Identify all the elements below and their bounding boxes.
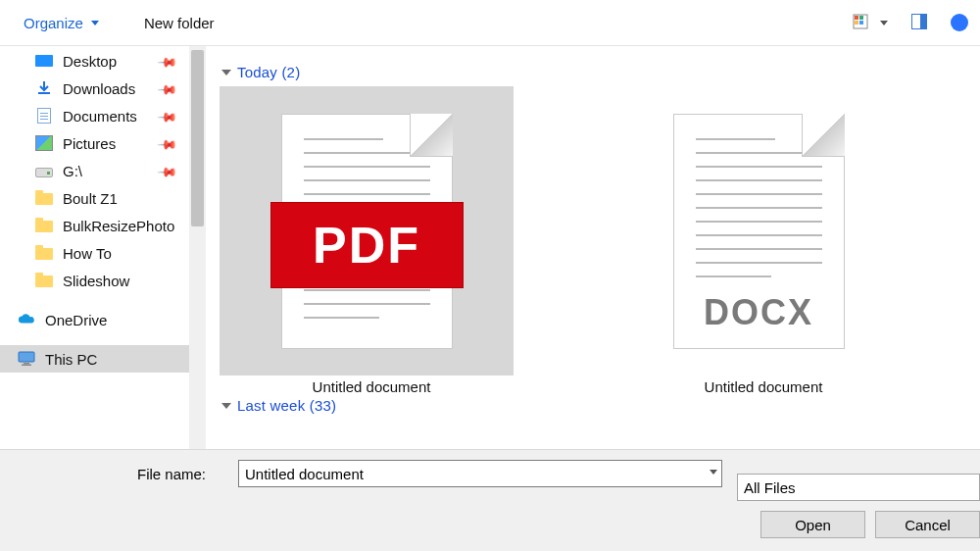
- chevron-down-icon: [710, 470, 717, 475]
- sidebar-item-howto[interactable]: How To: [0, 239, 189, 267]
- filter-label: All Files: [744, 479, 796, 496]
- docx-badge: DOCX: [674, 292, 844, 333]
- cancel-button[interactable]: Cancel: [875, 511, 980, 538]
- svg-rect-4: [859, 21, 863, 25]
- folder-icon: [35, 193, 53, 205]
- view-dropdown-icon[interactable]: [880, 21, 888, 25]
- organize-label: Organize: [24, 15, 83, 31]
- chevron-down-icon: [91, 21, 99, 25]
- sidebar-item-desktop[interactable]: Desktop 📌: [0, 47, 189, 75]
- pin-icon: 📌: [157, 52, 178, 74]
- svg-rect-1: [855, 16, 858, 20]
- preview-pane-icon[interactable]: [911, 14, 927, 32]
- filename-combobox[interactable]: [238, 460, 722, 487]
- sidebar-item-label: Downloads: [63, 80, 135, 97]
- pin-icon: 📌: [157, 107, 178, 128]
- svg-rect-8: [19, 352, 34, 362]
- group-header-today[interactable]: Today (2): [221, 64, 980, 80]
- sidebar-item-label: Slideshow: [63, 273, 129, 289]
- file-list-area: Today (2) PDF Untitled document: [206, 46, 980, 449]
- sidebar-item-documents[interactable]: Documents 📌: [0, 102, 189, 129]
- sidebar-item-label: Documents: [63, 108, 137, 125]
- file-caption: Untitled document: [220, 378, 523, 395]
- sidebar-item-pictures[interactable]: Pictures 📌: [0, 129, 189, 157]
- sidebar-item-label: Desktop: [63, 53, 117, 70]
- folder-icon: [35, 221, 53, 232]
- file-item-pdf[interactable]: PDF Untitled document: [220, 86, 523, 395]
- docx-file-icon: DOCX: [673, 114, 845, 349]
- svg-rect-2: [859, 16, 863, 20]
- help-icon[interactable]: [951, 14, 968, 31]
- sidebar-item-this-pc[interactable]: This PC: [0, 345, 189, 373]
- filename-label: File name:: [137, 466, 206, 482]
- scrollbar-thumb[interactable]: [191, 50, 204, 226]
- this-pc-icon: [18, 351, 35, 367]
- sidebar-scrollbar[interactable]: [189, 46, 206, 449]
- sidebar-item-bulkresize[interactable]: BulkResizePhoto: [0, 212, 189, 239]
- new-folder-button[interactable]: New folder: [136, 9, 222, 37]
- open-button[interactable]: Open: [760, 511, 865, 538]
- sidebar-item-label: G:\: [63, 163, 82, 179]
- view-icon[interactable]: [853, 14, 868, 32]
- file-item-docx[interactable]: DOCX Untitled document: [612, 86, 915, 395]
- svg-rect-3: [855, 21, 858, 25]
- dialog-bottom-panel: File name: All Files Open Cancel: [0, 449, 980, 551]
- pin-icon: 📌: [157, 79, 178, 101]
- svg-rect-7: [38, 92, 50, 94]
- downloads-icon: [35, 80, 53, 96]
- sidebar-item-label: Boult Z1: [63, 190, 118, 207]
- sidebar-item-label: Pictures: [63, 135, 116, 152]
- sidebar-item-label: This PC: [45, 351, 97, 368]
- desktop-icon: [35, 55, 53, 67]
- svg-rect-9: [24, 363, 29, 365]
- group-label: Today (2): [237, 64, 300, 80]
- pin-icon: 📌: [157, 162, 178, 183]
- chevron-down-icon: [221, 70, 231, 75]
- sidebar-item-label: How To: [63, 245, 112, 262]
- drive-icon: [35, 168, 53, 177]
- toolbar: Organize New folder: [0, 0, 980, 46]
- sidebar-item-drive-g[interactable]: G:\ 📌: [0, 157, 189, 184]
- pdf-file-icon: PDF: [281, 114, 453, 349]
- pictures-icon: [35, 135, 53, 151]
- svg-rect-10: [22, 365, 31, 367]
- sidebar-item-downloads[interactable]: Downloads 📌: [0, 75, 189, 102]
- sidebar-item-onedrive[interactable]: OneDrive: [0, 306, 189, 333]
- sidebar-item-slideshow[interactable]: Slideshow: [0, 267, 189, 294]
- group-header-lastweek[interactable]: Last week (33): [221, 397, 980, 414]
- organize-button[interactable]: Organize: [16, 9, 107, 37]
- file-caption: Untitled document: [612, 378, 915, 395]
- file-type-filter[interactable]: All Files: [737, 474, 980, 501]
- filename-input[interactable]: [239, 461, 721, 486]
- group-label: Last week (33): [237, 397, 336, 414]
- documents-icon: [37, 108, 51, 124]
- new-folder-label: New folder: [144, 15, 215, 31]
- sidebar-item-label: OneDrive: [45, 312, 107, 328]
- svg-rect-6: [920, 14, 927, 28]
- chevron-down-icon: [221, 403, 231, 409]
- sidebar-item-boult-z1[interactable]: Boult Z1: [0, 184, 189, 212]
- sidebar-item-label: BulkResizePhoto: [63, 218, 174, 234]
- pdf-badge: PDF: [270, 202, 464, 288]
- folder-icon: [35, 248, 53, 260]
- sidebar: Desktop 📌 Downloads 📌 Documents 📌 Pictur…: [0, 46, 189, 449]
- onedrive-icon: [18, 312, 35, 327]
- pin-icon: 📌: [157, 134, 178, 156]
- folder-icon: [35, 276, 53, 287]
